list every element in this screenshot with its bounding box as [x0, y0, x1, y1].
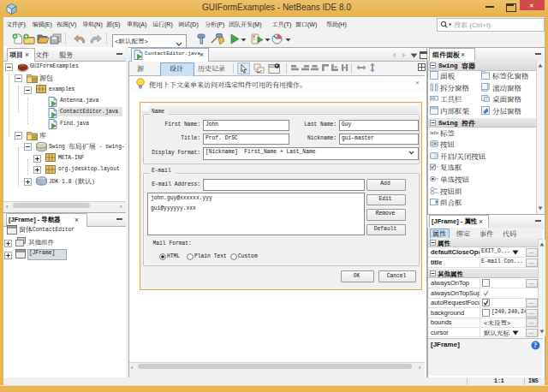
svg-text:label: label: [430, 130, 438, 135]
svg-text:?: ?: [533, 342, 537, 349]
svg-text:OK: OK: [432, 141, 438, 146]
